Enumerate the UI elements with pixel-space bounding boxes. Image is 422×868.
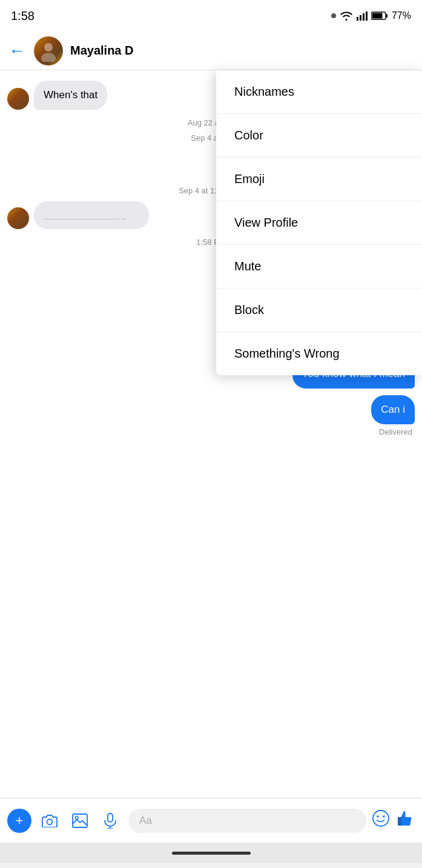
contact-name[interactable]: Mayalina D <box>70 44 414 58</box>
status-bar: 1:58 77% <box>0 0 422 32</box>
svg-rect-2 <box>363 13 364 21</box>
back-button[interactable]: ← <box>8 41 25 61</box>
avatar-image <box>34 36 63 65</box>
menu-item-mute[interactable]: Mute <box>216 245 422 289</box>
svg-rect-6 <box>372 13 382 19</box>
menu-item-nicknames[interactable]: Nicknames <box>216 70 422 114</box>
wifi-icon <box>340 11 353 21</box>
menu-item-color[interactable]: Color <box>216 114 422 158</box>
status-time: 1:58 <box>11 9 35 23</box>
svg-point-17 <box>383 815 385 818</box>
menu-item-view-profile[interactable]: View Profile <box>216 201 422 245</box>
menu-item-block[interactable]: Block <box>216 289 422 332</box>
avatar-silhouette <box>38 40 59 62</box>
status-icons: 77% <box>331 10 411 21</box>
top-nav: ← Mayalina D <box>0 32 422 70</box>
like-button[interactable] <box>395 809 415 832</box>
thumbs-up-icon <box>395 809 415 828</box>
svg-rect-3 <box>366 12 368 21</box>
bubble-sent: Can i <box>371 395 415 424</box>
svg-rect-0 <box>357 17 358 21</box>
svg-point-15 <box>373 810 389 826</box>
svg-rect-1 <box>360 15 361 21</box>
menu-item-emoji[interactable]: Emoji <box>216 158 422 201</box>
svg-point-8 <box>41 53 56 62</box>
contact-avatar[interactable] <box>34 36 63 65</box>
emoji-icon <box>372 810 389 827</box>
menu-item-something-wrong[interactable]: Something's Wrong <box>216 332 422 375</box>
emoji-button[interactable] <box>372 810 389 831</box>
battery-percent: 77% <box>392 10 411 21</box>
dot-indicator <box>331 13 336 18</box>
signal-icon <box>357 11 368 21</box>
battery-icon <box>371 12 388 20</box>
svg-rect-5 <box>386 14 387 18</box>
svg-point-7 <box>44 43 53 52</box>
svg-rect-18 <box>398 817 401 826</box>
overlay-dimmer <box>0 70 216 868</box>
svg-point-16 <box>377 815 379 818</box>
dropdown-menu: Nicknames Color Emoji View Profile Mute … <box>216 70 422 375</box>
